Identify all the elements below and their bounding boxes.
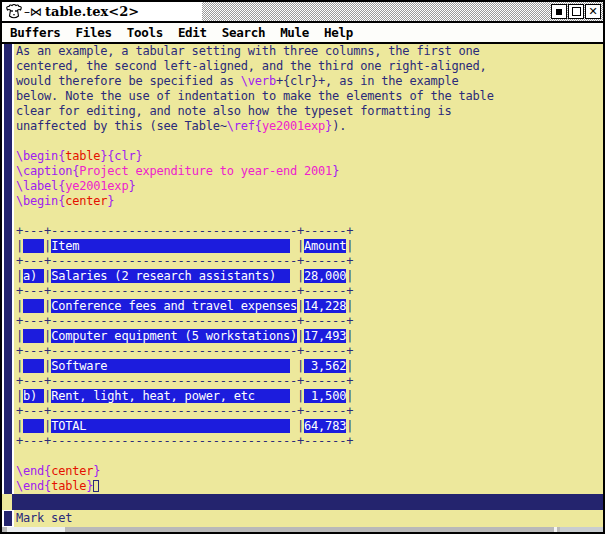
menu-item-files[interactable]: Files bbox=[76, 25, 112, 40]
text-segment: table bbox=[51, 479, 86, 493]
text-segment: | bbox=[290, 419, 304, 433]
text-segment: +{clr}+, as in the example bbox=[276, 74, 459, 88]
buffer-line: unaffected by this (see Table~\ref{ye200… bbox=[16, 119, 603, 134]
buffer-line: +---+-----------------------------------… bbox=[16, 224, 603, 239]
text-segment bbox=[23, 419, 44, 433]
text-segment: \end{ bbox=[16, 464, 51, 478]
text-segment: Rent, light, heat, power, etc bbox=[51, 389, 290, 403]
text-segment: } bbox=[93, 464, 100, 478]
text-segment: | bbox=[346, 269, 353, 283]
buffer-line: +---+-----------------------------------… bbox=[16, 344, 603, 359]
buffer-line: | |Conference fees and travel expenses|1… bbox=[16, 299, 603, 314]
buffer-line: |a) |Salaries (2 research assistants) |2… bbox=[16, 269, 603, 284]
window-title: table.tex<2> bbox=[45, 4, 139, 19]
buffer-line: +---+-----------------------------------… bbox=[16, 254, 603, 269]
buffer-line: centered, the second left-aligned, and t… bbox=[16, 59, 603, 74]
minimize-button[interactable] bbox=[551, 4, 567, 19]
text-segment: clear for editing, and note also how the… bbox=[16, 104, 452, 118]
buffer-line: | |Computer equipment (5 workstations)|1… bbox=[16, 329, 603, 344]
menu-bar: BuffersFilesToolsEditSearchMuleHelp bbox=[2, 23, 603, 43]
buffer-line bbox=[16, 449, 603, 464]
text-segment: center bbox=[65, 194, 107, 208]
buffer-line bbox=[16, 134, 603, 149]
buffer-line: | |Item |Amount| bbox=[16, 239, 603, 254]
text-segment: +---+-----------------------------------… bbox=[16, 224, 353, 238]
text-segment: } bbox=[107, 194, 114, 208]
buffer-line: As an example, a tabular setting with th… bbox=[16, 44, 603, 59]
buffer-line: \label{ye2001exp} bbox=[16, 179, 603, 194]
text-segment: Conference fees and travel expenses bbox=[51, 299, 297, 313]
menu-item-mule[interactable]: Mule bbox=[280, 25, 309, 40]
text-segment: \label{ bbox=[16, 179, 65, 193]
frame-content: As an example, a tabular setting with th… bbox=[2, 44, 603, 532]
menu-item-help[interactable]: Help bbox=[324, 25, 353, 40]
buffer-line: clear for editing, and note also how the… bbox=[16, 104, 603, 119]
text-segment bbox=[23, 299, 44, 313]
emacs-window: –⋈ table.tex<2> ✕ BuffersFilesToolsEditS… bbox=[0, 0, 605, 534]
text-segment: table bbox=[65, 149, 100, 163]
buffer-area[interactable]: As an example, a tabular setting with th… bbox=[14, 44, 603, 494]
buffer-line: \end{center} bbox=[16, 464, 603, 479]
maximize-button[interactable] bbox=[568, 4, 584, 19]
text-segment: Salaries (2 research assistants) bbox=[51, 269, 290, 283]
mode-line[interactable]: --:** table.tex<2> (Text Fill)--L30--All… bbox=[12, 494, 603, 510]
text-segment: TOTAL bbox=[51, 419, 290, 433]
text-segment: +---+-----------------------------------… bbox=[16, 284, 353, 298]
text-segment: a) bbox=[23, 269, 44, 283]
text-segment: +---+-----------------------------------… bbox=[16, 344, 353, 358]
text-segment: ye2001exp bbox=[65, 179, 128, 193]
text-segment: 1,500 bbox=[304, 389, 346, 403]
pin-icon: –⋈ bbox=[24, 5, 42, 19]
menu-item-search[interactable]: Search bbox=[222, 25, 265, 40]
text-segment: 17,493 bbox=[304, 329, 346, 343]
scrollbar-track[interactable] bbox=[2, 44, 14, 494]
text-segment: } bbox=[332, 164, 339, 178]
text-segment: | bbox=[290, 239, 304, 253]
text-segment: below. Note the use of indentation to ma… bbox=[16, 89, 494, 103]
close-button[interactable]: ✕ bbox=[585, 4, 601, 19]
text-segment: | bbox=[290, 269, 304, 283]
buffer-line: \begin{center} bbox=[16, 194, 603, 209]
title-bar[interactable]: –⋈ table.tex<2> ✕ bbox=[2, 2, 603, 22]
text-segment: centered, the second left-aligned, and t… bbox=[16, 59, 487, 73]
menu-item-tools[interactable]: Tools bbox=[127, 25, 163, 40]
text-segment bbox=[23, 329, 44, 343]
menu-item-buffers[interactable]: Buffers bbox=[10, 25, 61, 40]
bottom-frame-left-notch bbox=[7, 527, 65, 532]
text-segment: +---+-----------------------------------… bbox=[16, 434, 353, 448]
text-segment: +---+-----------------------------------… bbox=[16, 374, 353, 388]
text-segment: unaffected by this (see Table~ bbox=[16, 119, 227, 133]
text-segment: +---+-----------------------------------… bbox=[16, 404, 353, 418]
minibuffer-scrollbar[interactable] bbox=[2, 510, 14, 527]
text-segment: | bbox=[346, 389, 353, 403]
buffer-line bbox=[16, 209, 603, 224]
text-segment: | bbox=[346, 419, 353, 433]
text-segment: 14,228 bbox=[304, 299, 346, 313]
minibuffer-message: Mark set bbox=[14, 510, 603, 527]
bottom-frame-divider bbox=[554, 527, 557, 532]
menu-item-edit[interactable]: Edit bbox=[178, 25, 207, 40]
text-segment: | bbox=[346, 359, 353, 373]
text-segment: As an example, a tabular setting with th… bbox=[16, 44, 480, 58]
text-segment: | bbox=[290, 389, 304, 403]
buffer-line: | |Software | 3,562| bbox=[16, 359, 603, 374]
text-segment: | bbox=[16, 299, 23, 313]
text-segment: | bbox=[346, 329, 353, 343]
text-segment: } bbox=[86, 479, 93, 493]
minibuffer[interactable]: Mark set bbox=[14, 510, 603, 527]
buffer-line: +---+-----------------------------------… bbox=[16, 284, 603, 299]
buffer-line: | |TOTAL |64,783| bbox=[16, 419, 603, 434]
text-segment: | bbox=[16, 419, 23, 433]
minibuffer-scrollbar-thumb bbox=[4, 511, 12, 526]
buffer-line: \end{table} bbox=[16, 479, 603, 494]
text-segment: \begin{ bbox=[16, 194, 65, 208]
text-segment: b) bbox=[23, 389, 44, 403]
text-segment: | bbox=[346, 299, 353, 313]
scrollbar-thumb[interactable] bbox=[4, 44, 12, 494]
text-segment: ye2001exp bbox=[262, 119, 325, 133]
text-segment: \end{ bbox=[16, 479, 51, 493]
buffer-line: would therefore be specified as \verb+{c… bbox=[16, 74, 603, 89]
text-segment: \verb bbox=[241, 74, 276, 88]
title-chip: –⋈ table.tex<2> bbox=[2, 2, 202, 21]
buffer-line: \caption{Project expenditure to year-end… bbox=[16, 164, 603, 179]
